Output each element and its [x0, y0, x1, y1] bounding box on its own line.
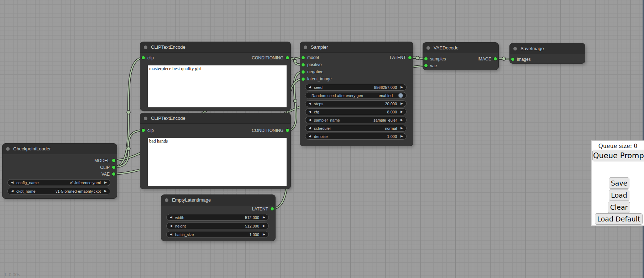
input-port-model[interactable] — [302, 56, 305, 59]
load-default-button[interactable]: Load Default — [595, 213, 643, 225]
decrement-arrow-icon[interactable]: ◀ — [309, 127, 311, 130]
output-port-latent[interactable] — [271, 207, 274, 210]
increment-arrow-icon[interactable]: ▶ — [400, 118, 403, 122]
node-graph-canvas[interactable]: { "canvas": { "status_text": "T: 0.00s" … — [0, 0, 644, 278]
output-label: LATENT — [390, 55, 406, 60]
increment-arrow-icon[interactable]: ▶ — [400, 135, 403, 138]
input-port-clip[interactable] — [142, 56, 145, 59]
decrement-arrow-icon[interactable]: ◀ — [309, 102, 311, 105]
widget-value[interactable]: 512.000 — [245, 224, 259, 228]
input-port-vae[interactable] — [424, 64, 428, 67]
output-port-model[interactable] — [112, 159, 115, 162]
decrement-arrow-icon[interactable]: ◀ — [170, 216, 172, 219]
widget-value[interactable]: v1-inference.yaml — [70, 181, 101, 185]
decrement-arrow-icon[interactable]: ◀ — [11, 189, 14, 193]
widget-value[interactable]: 512.000 — [245, 215, 259, 220]
input-port-images[interactable] — [511, 58, 514, 61]
output-port-conditioning[interactable] — [286, 129, 289, 132]
node-titlebar[interactable]: SaveImage — [510, 43, 585, 54]
widget-batch-size[interactable]: ◀ batch_size 1.000 ▶ — [166, 231, 269, 238]
widget-steps[interactable]: ◀ steps 20.000 ▶ — [305, 100, 407, 107]
increment-arrow-icon[interactable]: ▶ — [104, 189, 107, 193]
node-sampler[interactable]: Sampler model LATENT positive negative l… — [300, 42, 413, 146]
widget-value[interactable]: 8.000 — [387, 110, 397, 114]
widget-value[interactable]: v1-5-pruned-emaonly.ckpt — [56, 189, 101, 193]
input-port-latent-image[interactable] — [302, 77, 305, 81]
widget-random-seed-toggle[interactable]: Random seed after every gen enabled — [305, 92, 407, 99]
widget-label: sampler_name — [314, 118, 340, 122]
node-titlebar[interactable]: Sampler — [300, 42, 413, 53]
widget-width[interactable]: ◀ width 512.000 ▶ — [166, 214, 269, 221]
decrement-arrow-icon[interactable]: ◀ — [11, 181, 14, 184]
collapse-dot-icon[interactable] — [426, 46, 430, 50]
input-port-negative[interactable] — [302, 70, 305, 74]
input-label: samples — [430, 57, 446, 62]
widget-config-name[interactable]: ◀ config_name v1-inference.yaml ▶ — [7, 179, 110, 186]
vertical-scrollbar[interactable] — [643, 0, 644, 278]
output-label: MODEL — [94, 158, 110, 163]
input-port-positive[interactable] — [302, 63, 305, 66]
decrement-arrow-icon[interactable]: ◀ — [170, 233, 172, 236]
output-port-vae[interactable] — [112, 172, 115, 176]
widget-height[interactable]: ◀ height 512.000 ▶ — [166, 223, 269, 229]
decrement-arrow-icon[interactable]: ◀ — [309, 110, 311, 113]
widget-sampler-name[interactable]: ◀ sampler_name sample_euler ▶ — [305, 117, 407, 123]
collapse-dot-icon[interactable] — [304, 46, 307, 49]
output-row-clip: CLIP — [2, 164, 117, 171]
input-label: latent_image — [307, 76, 332, 81]
node-clip-text-encode-negative[interactable]: CLIPTextEncode clip CONDITIONING bad han… — [140, 113, 290, 189]
increment-arrow-icon[interactable]: ▶ — [400, 102, 403, 105]
increment-arrow-icon[interactable]: ▶ — [400, 127, 403, 130]
output-port-clip[interactable] — [112, 166, 115, 169]
toggle-dot-icon[interactable] — [398, 93, 403, 98]
node-titlebar[interactable]: CLIPTextEncode — [140, 42, 290, 53]
input-port-clip[interactable] — [142, 129, 145, 132]
node-save-image[interactable]: SaveImage images — [510, 43, 585, 63]
widget-cfg[interactable]: ◀ cfg 8.000 ▶ — [305, 108, 407, 115]
node-vae-decode[interactable]: VAEDecode samples IMAGE vae — [423, 43, 498, 70]
widget-ckpt-name[interactable]: ◀ ckpt_name v1-5-pruned-emaonly.ckpt ▶ — [7, 188, 110, 194]
output-port-image[interactable] — [494, 57, 497, 60]
widget-value[interactable]: sample_euler — [373, 118, 397, 122]
collapse-dot-icon[interactable] — [513, 47, 517, 50]
increment-arrow-icon[interactable]: ▶ — [263, 233, 265, 236]
increment-arrow-icon[interactable]: ▶ — [400, 110, 403, 113]
decrement-arrow-icon[interactable]: ◀ — [309, 86, 311, 89]
decrement-arrow-icon[interactable]: ◀ — [309, 118, 311, 122]
output-port-conditioning[interactable] — [286, 56, 289, 59]
increment-arrow-icon[interactable]: ▶ — [263, 216, 265, 219]
negative-prompt-textarea[interactable]: bad hands — [148, 138, 287, 186]
input-port-samples[interactable] — [424, 57, 428, 60]
node-checkpoint-loader[interactable]: CheckpointLoader MODEL CLIP VAE ◀ config… — [2, 144, 117, 198]
load-button[interactable]: Load — [609, 189, 629, 201]
save-button[interactable]: Save — [609, 177, 629, 189]
widget-value[interactable]: normal — [385, 126, 397, 130]
increment-arrow-icon[interactable]: ▶ — [263, 224, 265, 228]
collapse-dot-icon[interactable] — [144, 46, 147, 49]
widget-denoise[interactable]: ◀ denoise 1.000 ▶ — [305, 133, 407, 140]
node-empty-latent-image[interactable]: EmptyLatentImage LATENT ◀ width 512.000 … — [161, 195, 275, 241]
node-titlebar[interactable]: CheckpointLoader — [2, 144, 117, 154]
clear-button[interactable]: Clear — [608, 202, 630, 213]
queue-prompt-button[interactable]: Queue Prompt — [592, 150, 644, 161]
collapse-dot-icon[interactable] — [144, 117, 147, 120]
widget-scheduler[interactable]: ◀ scheduler normal ▶ — [305, 125, 407, 132]
decrement-arrow-icon[interactable]: ◀ — [170, 224, 172, 228]
node-clip-text-encode-positive[interactable]: CLIPTextEncode clip CONDITIONING masterp… — [140, 42, 290, 111]
widget-value[interactable]: 20.000 — [385, 102, 397, 106]
node-titlebar[interactable]: VAEDecode — [423, 43, 498, 53]
widget-value[interactable]: 1.000 — [250, 232, 260, 237]
increment-arrow-icon[interactable]: ▶ — [400, 86, 403, 89]
widget-value[interactable]: 8566257.000 — [374, 85, 397, 90]
widget-value[interactable]: enabled — [379, 93, 393, 98]
positive-prompt-textarea[interactable]: masterpiece best quality girl — [148, 65, 287, 107]
widget-seed[interactable]: ◀ seed 8566257.000 ▶ — [305, 84, 407, 91]
output-port-latent[interactable] — [408, 56, 412, 59]
decrement-arrow-icon[interactable]: ◀ — [309, 135, 311, 138]
widget-value[interactable]: 1.000 — [387, 134, 397, 139]
collapse-dot-icon[interactable] — [6, 147, 10, 151]
node-titlebar[interactable]: EmptyLatentImage — [161, 195, 275, 205]
increment-arrow-icon[interactable]: ▶ — [104, 181, 107, 184]
collapse-dot-icon[interactable] — [165, 198, 168, 202]
node-titlebar[interactable]: CLIPTextEncode — [140, 113, 290, 124]
